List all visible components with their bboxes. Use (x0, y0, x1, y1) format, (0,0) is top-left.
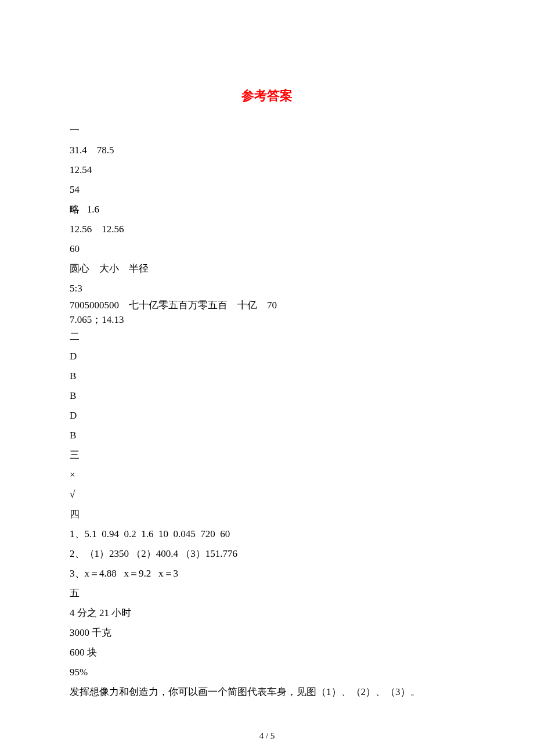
answer-line: 95% (70, 663, 464, 682)
answer-line: D (70, 406, 464, 426)
answer-line: 五 (70, 584, 464, 603)
answer-line: 60 (70, 239, 464, 259)
answer-line: 略 1.6 (70, 200, 464, 219)
answer-line: 四 (70, 505, 464, 524)
answer-line: 7.065；14.13 (70, 313, 464, 327)
answer-line: 发挥想像力和创造力，你可以画一个简图代表车身，见图（1）、（2）、（3）。 (70, 682, 464, 702)
answer-line: 12.54 (70, 160, 464, 180)
answer-line: 一 (70, 121, 464, 141)
answer-line: 3、x＝4.88 x＝9.2 x＝3 (70, 564, 464, 584)
answer-line: √ (70, 485, 464, 505)
answer-content: 一31.4 78.512.5454略 1.612.56 12.5660圆心 大小… (70, 121, 464, 702)
answer-line: 2、（1）2350 （2）400.4 （3）151.776 (70, 544, 464, 564)
answer-line: 5:3 (70, 279, 464, 298)
answer-line: 600 块 (70, 643, 464, 663)
answer-line: 3000 千克 (70, 623, 464, 643)
document-page: 参考答案 一31.4 78.512.5454略 1.612.56 12.5660… (0, 0, 534, 756)
answer-line: 54 (70, 180, 464, 200)
answer-line: 7005000500 七十亿零五百万零五百 十亿 70 (70, 298, 464, 313)
answer-line: 12.56 12.56 (70, 219, 464, 239)
page-title: 参考答案 (70, 87, 464, 105)
answer-line: 1、5.1 0.94 0.2 1.6 10 0.045 720 60 (70, 524, 464, 544)
page-footer: 4 / 5 (70, 731, 464, 741)
answer-line: B (70, 386, 464, 406)
answer-line: D (70, 347, 464, 366)
answer-line: 4 分之 21 小时 (70, 603, 464, 623)
answer-line: 二 (70, 327, 464, 347)
answer-line: B (70, 426, 464, 445)
answer-line: 圆心 大小 半径 (70, 259, 464, 279)
answer-line: 31.4 78.5 (70, 141, 464, 160)
answer-line: 三 (70, 445, 464, 465)
answer-line: B (70, 366, 464, 386)
answer-line: × (70, 465, 464, 485)
